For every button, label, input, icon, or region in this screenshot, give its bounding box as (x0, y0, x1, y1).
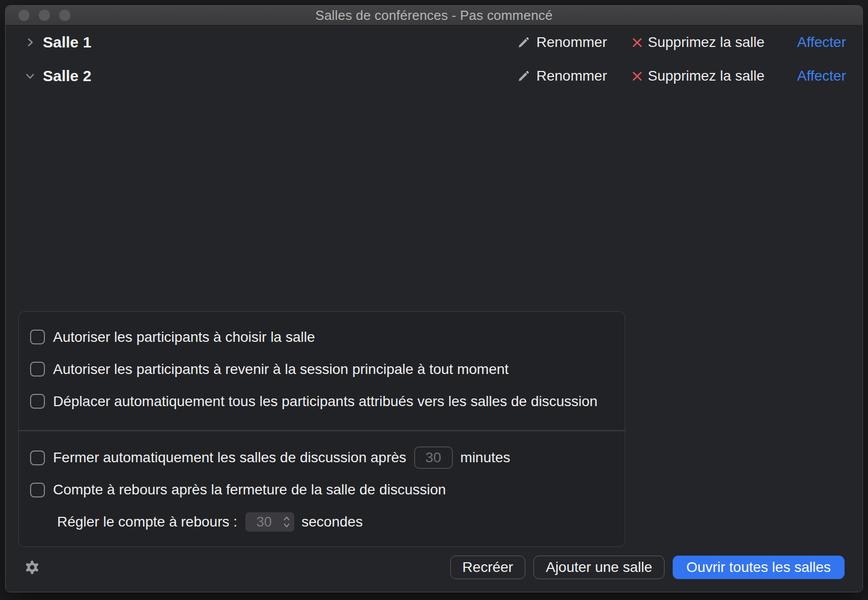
zoom-button[interactable] (59, 10, 70, 21)
checkbox-countdown[interactable] (30, 483, 45, 497)
rooms-list: Salle 1 Renommer Supprimez la salle Affe… (6, 26, 862, 93)
countdown-setting-row: Régler le compte à rebours : 30 secondes (57, 506, 614, 538)
option-auto-close: Fermer automatiquement les salles de dis… (30, 442, 614, 474)
seconds-unit-label: secondes (301, 514, 363, 530)
traffic-lights (18, 6, 70, 25)
settings-button[interactable] (23, 559, 41, 576)
option-label: Déplacer automatiquement tous les partic… (53, 393, 598, 410)
stepper-arrows-icon[interactable] (283, 515, 294, 529)
breakout-rooms-dialog: Salles de conférences - Pas commencé Sal… (5, 5, 863, 592)
window-title: Salles de conférences - Pas commencé (315, 8, 552, 23)
checkbox-auto-close[interactable] (30, 451, 45, 465)
option-label: Autoriser les participants à revenir à l… (53, 361, 508, 378)
gear-icon (24, 559, 40, 576)
auto-close-minutes-input[interactable] (414, 446, 453, 469)
countdown-setting-label: Régler le compte à rebours : (57, 514, 237, 530)
room-name: Salle 1 (43, 34, 91, 51)
rename-label: Renommer (537, 68, 607, 84)
stepper-value: 30 (245, 514, 283, 530)
option-label: Autoriser les participants à choisir la … (53, 329, 315, 345)
option-label: Fermer automatiquement les salles de dis… (53, 449, 406, 466)
option-auto-move: Déplacer automatiquement tous les partic… (30, 385, 614, 417)
room-name: Salle 2 (43, 67, 91, 85)
assign-room-button[interactable]: Affecter (797, 68, 846, 84)
checkbox-auto-move[interactable] (30, 394, 45, 409)
assign-room-button[interactable]: Affecter (797, 34, 846, 51)
rename-room-button[interactable]: Renommer (517, 34, 607, 51)
pencil-icon (517, 70, 530, 83)
chevron-right-icon[interactable] (23, 36, 37, 49)
dialog-content: Salle 1 Renommer Supprimez la salle Affe… (6, 26, 862, 592)
option-countdown: Compte à rebours après la fermeture de l… (30, 474, 614, 506)
rename-room-button[interactable]: Renommer (517, 68, 607, 84)
checkbox-choose-room[interactable] (30, 330, 45, 344)
recreate-button[interactable]: Recréer (450, 556, 526, 579)
delete-label: Supprimez la salle (648, 68, 764, 84)
countdown-seconds-stepper[interactable]: 30 (245, 512, 294, 532)
room-row-2: Salle 2 Renommer Supprimez la salle Affe… (6, 59, 862, 93)
options-panel: Autoriser les participants à choisir la … (18, 311, 625, 547)
x-icon (631, 70, 643, 82)
option-choose-room: Autoriser les participants à choisir la … (30, 321, 614, 353)
title-bar: Salles de conférences - Pas commencé (6, 6, 862, 26)
rename-label: Renommer (537, 34, 607, 51)
minimize-button[interactable] (39, 10, 50, 21)
open-all-rooms-button[interactable]: Ouvrir toutes les salles (673, 556, 845, 579)
add-room-button[interactable]: Ajouter une salle (533, 556, 665, 579)
minutes-unit-label: minutes (461, 449, 510, 466)
delete-label: Supprimez la salle (648, 34, 764, 51)
option-return-main-session: Autoriser les participants à revenir à l… (30, 353, 614, 385)
room-row-1: Salle 1 Renommer Supprimez la salle Affe… (6, 26, 862, 59)
delete-room-button[interactable]: Supprimez la salle (631, 68, 764, 84)
checkbox-return-main-session[interactable] (30, 362, 45, 377)
close-button[interactable] (18, 10, 30, 21)
chevron-down-icon[interactable] (23, 69, 37, 83)
footer-bar: Recréer Ajouter une salle Ouvrir toutes … (6, 556, 862, 579)
pencil-icon (517, 36, 530, 49)
option-label: Compte à rebours après la fermeture de l… (53, 482, 446, 498)
x-icon (631, 37, 643, 48)
delete-room-button[interactable]: Supprimez la salle (631, 34, 764, 51)
